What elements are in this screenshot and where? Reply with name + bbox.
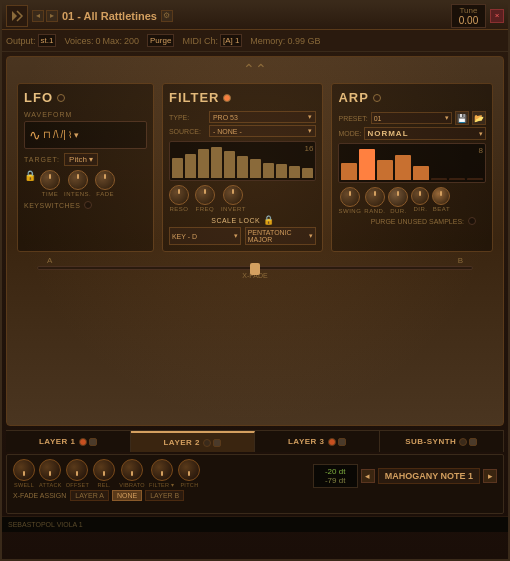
max-value: 200 [124, 36, 139, 46]
invert-knob-item: INVERT [221, 185, 246, 212]
dur-knob-item: DUR. [388, 187, 408, 214]
lfo-toggle[interactable] [57, 94, 65, 102]
output-select[interactable]: st.1 [38, 34, 57, 47]
preset-open-icon[interactable]: 📂 [472, 111, 486, 125]
arp-toggle[interactable] [373, 94, 381, 102]
arp-bar-3 [377, 160, 393, 180]
layer2-tab[interactable]: LAYER 2 [131, 431, 256, 452]
beat-label: BEAT [433, 206, 450, 212]
mode-value: PENTATONIC MAJOR [248, 229, 310, 243]
swell-label: SWELL [14, 482, 34, 488]
filter-bottom-knob[interactable] [151, 459, 173, 481]
filter-toggle[interactable] [223, 94, 231, 102]
filter-bottom-label: FILTER ▾ [149, 482, 174, 488]
output-label: Output: [6, 36, 36, 46]
pitch-knob[interactable] [178, 459, 200, 481]
voices-label: Voices: [64, 36, 93, 46]
voices-value: 0 [95, 36, 100, 46]
xfade-thumb[interactable] [250, 263, 260, 275]
layer3-lock-icon [338, 438, 346, 446]
target-dropdown[interactable]: Pitch ▾ [64, 153, 98, 166]
dir-knob[interactable] [411, 187, 429, 205]
xfade-row: A B X-FADE [7, 252, 503, 281]
instrument-name: 01 - All Rattletines [62, 10, 157, 22]
purge-samples-led[interactable] [468, 217, 476, 225]
key-dropdown[interactable]: KEY - D ▾ [169, 227, 241, 245]
filter-bar-5 [224, 151, 235, 178]
scale-lock-row: SCALE LOCK 🔒 [169, 215, 317, 225]
arp-bar-1 [341, 163, 357, 180]
close-button[interactable]: × [490, 9, 504, 23]
keyswitches-led[interactable] [84, 201, 92, 209]
fade-knob-item: FADE [95, 170, 115, 197]
dir-label: DIR. [413, 206, 427, 212]
midi-select[interactable]: [A] 1 [220, 34, 242, 47]
layer3-tab[interactable]: LAYER 3 [255, 431, 380, 452]
arp-bar-2 [359, 149, 375, 180]
scale-lock-icon[interactable]: 🔒 [263, 215, 274, 225]
layer1-lock-icon [89, 438, 97, 446]
source-label: SOURCE: [169, 128, 205, 135]
offset-knob-item: OFFSET [66, 459, 90, 488]
purge-button[interactable]: Purge [147, 34, 174, 47]
mode-select[interactable]: NORMAL ▾ [364, 127, 486, 140]
time-knob[interactable] [40, 170, 60, 190]
arp-knobs-row: SWING RAND. DUR. DIR. [338, 187, 486, 214]
arp-bar-7 [449, 178, 465, 180]
chevron-top[interactable]: ⌃⌃ [7, 57, 503, 81]
freq-knob[interactable] [195, 185, 215, 205]
arp-bar-5 [413, 166, 429, 180]
reso-label: RESO [169, 206, 188, 212]
swing-knob[interactable] [340, 187, 360, 207]
mode-dropdown[interactable]: PENTATONIC MAJOR ▾ [245, 227, 317, 245]
intens-knob[interactable] [68, 170, 88, 190]
tune-box: Tune 0.00 [451, 4, 486, 28]
key-mode-row: KEY - D ▾ PENTATONIC MAJOR ▾ [169, 227, 317, 245]
layer-a-button[interactable]: LAYER A [70, 490, 109, 501]
layer1-label: LAYER 1 [39, 437, 76, 446]
layer1-tab[interactable]: LAYER 1 [6, 431, 131, 452]
rand-knob[interactable] [365, 187, 385, 207]
memory-label: Memory: [250, 36, 285, 46]
next-patch-button[interactable]: ▸ [483, 469, 497, 483]
lfo-section: LFO WAVEFORM ∿ ⊓ /\ /| ⌇ ▾ TARGET: Pitch [17, 83, 154, 252]
swell-knob[interactable] [13, 459, 35, 481]
pitch-knob-item: PITCH [178, 459, 200, 488]
type-dropdown[interactable]: PRO 53 ▾ [209, 111, 317, 123]
second-bar: Output: st.1 Voices: 0 Max: 200 Purge MI… [2, 30, 508, 52]
dur-knob[interactable] [388, 187, 408, 207]
prev-instrument-button[interactable]: ◂ [32, 10, 44, 22]
filter-bar-7 [250, 159, 261, 178]
target-row: TARGET: Pitch ▾ [24, 153, 147, 166]
vibrato-knob[interactable] [121, 459, 143, 481]
next-instrument-button[interactable]: ▸ [46, 10, 58, 22]
keyswitches-row: KEYSWITCHES [24, 201, 147, 209]
arp-bar-8 [467, 178, 483, 180]
settings-icon[interactable]: ⚙ [161, 10, 173, 22]
beat-knob[interactable] [432, 187, 450, 205]
reso-knob[interactable] [169, 185, 189, 205]
subsynth-tab[interactable]: SUB-SYNTH [380, 431, 505, 452]
subsynth-icon [459, 438, 467, 446]
memory-item: Memory: 0.99 GB [250, 36, 320, 46]
layer2-label: LAYER 2 [163, 438, 200, 447]
invert-knob[interactable] [223, 185, 243, 205]
source-dropdown[interactable]: - NONE - ▾ [209, 125, 317, 137]
preset-dropdown[interactable]: 01 ▾ [371, 112, 452, 124]
filter-bars-number: 16 [305, 144, 314, 153]
offset-knob[interactable] [66, 459, 88, 481]
layer-b-button[interactable]: LAYER B [145, 490, 184, 501]
rel-knob[interactable] [93, 459, 115, 481]
rel-label: REL. [97, 482, 110, 488]
swing-knob-item: SWING [338, 187, 361, 214]
attack-knob[interactable] [39, 459, 61, 481]
prev-patch-button[interactable]: ◂ [361, 469, 375, 483]
wave-sine: ∿ [29, 128, 41, 142]
filter-bar-4 [211, 147, 222, 178]
preset-save-icon[interactable]: 💾 [455, 111, 469, 125]
none-button[interactable]: NONE [112, 490, 142, 501]
source-arrow: ▾ [308, 127, 312, 135]
fade-knob[interactable] [95, 170, 115, 190]
intens-knob-item: INTENS. [64, 170, 91, 197]
lock-icon[interactable]: 🔒 [24, 170, 36, 197]
